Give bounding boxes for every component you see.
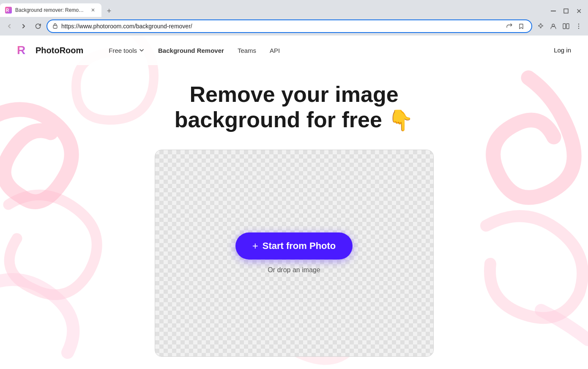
background-remover-link[interactable]: Background Remover <box>158 47 224 54</box>
svg-rect-3 <box>53 25 57 28</box>
plus-icon: + <box>252 240 258 252</box>
start-from-photo-button[interactable]: + Start from Photo <box>235 232 353 260</box>
logo-text: PhotoRoom <box>36 46 83 55</box>
login-button[interactable]: Log in <box>554 46 571 54</box>
new-tab-button[interactable]: + <box>103 5 115 17</box>
nav-right: Log in <box>554 46 571 54</box>
svg-rect-2 <box>564 9 568 13</box>
logo[interactable]: R PhotoRoom <box>17 43 83 58</box>
svg-rect-5 <box>563 24 566 29</box>
upload-area[interactable]: + Start from Photo Or drop an image <box>155 150 434 357</box>
teams-link[interactable]: Teams <box>238 47 256 54</box>
address-text[interactable]: https://www.photoroom.com/background-rem… <box>61 23 501 30</box>
address-bar[interactable]: https://www.photoroom.com/background-rem… <box>46 19 532 33</box>
chevron-down-icon <box>139 47 145 53</box>
split-view-button[interactable] <box>560 20 572 32</box>
svg-point-9 <box>578 28 579 29</box>
profile-button[interactable] <box>547 20 559 32</box>
restore-button[interactable] <box>560 5 572 17</box>
free-tools-link[interactable]: Free tools <box>109 47 145 54</box>
svg-point-8 <box>578 26 579 27</box>
svg-rect-1 <box>551 11 556 11</box>
forward-button[interactable] <box>18 20 30 32</box>
hero-title: Remove your image background for free 👇 <box>175 82 414 133</box>
api-link[interactable]: API <box>270 47 280 54</box>
hero-emoji: 👇 <box>388 109 413 131</box>
extensions-button[interactable] <box>535 20 547 32</box>
minimize-button[interactable] <box>547 5 559 17</box>
reload-button[interactable] <box>32 20 44 32</box>
tab-title: Background remover: Remove y... <box>15 7 86 13</box>
lock-icon <box>52 23 58 30</box>
svg-text:R: R <box>17 44 25 57</box>
tab-close-button[interactable]: ✕ <box>90 7 96 14</box>
page-content: R PhotoRoom Free tools Background Remove… <box>0 36 588 369</box>
back-button[interactable] <box>3 20 15 32</box>
menu-button[interactable] <box>573 20 585 32</box>
bookmark-button[interactable] <box>516 21 526 31</box>
start-button-label: Start from Photo <box>263 241 336 251</box>
close-button[interactable]: ✕ <box>573 5 585 17</box>
main-content: Remove your image background for free 👇 … <box>0 65 588 357</box>
tab-favicon: R <box>5 7 12 14</box>
svg-rect-6 <box>566 24 569 29</box>
drop-label: Or drop an image <box>268 266 320 274</box>
navbar: R PhotoRoom Free tools Background Remove… <box>0 36 588 65</box>
browser-tab[interactable]: R Background remover: Remove y... ✕ <box>0 3 101 17</box>
svg-point-7 <box>578 24 579 25</box>
share-button[interactable] <box>504 21 514 31</box>
svg-text:R: R <box>6 8 9 13</box>
upload-controls: + Start from Photo Or drop an image <box>235 232 353 274</box>
nav-links: Free tools Background Remover Teams API <box>109 47 280 54</box>
